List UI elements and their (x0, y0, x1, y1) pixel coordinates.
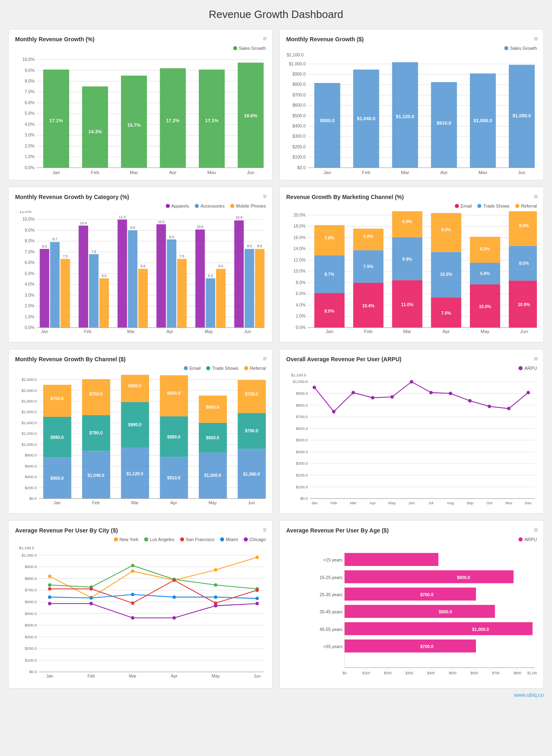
svg-text:3.0%: 3.0% (25, 132, 35, 137)
menu-icon-arpu-by-age[interactable]: ≡ (534, 526, 538, 534)
svg-text:$100.0: $100.0 (296, 485, 308, 489)
svg-text:Feb: Feb (91, 170, 99, 174)
menu-icon-monthly-pct[interactable]: ≡ (263, 35, 267, 42)
svg-text:4.0%: 4.0% (25, 282, 35, 287)
svg-text:$900.0: $900.0 (51, 476, 64, 481)
svg-text:Feb: Feb (92, 500, 100, 505)
svg-text:Aug: Aug (447, 501, 454, 505)
svg-text:$1,090.0: $1,090.0 (512, 113, 531, 118)
svg-text:$500: $500 (449, 671, 456, 675)
menu-icon-monthly-dollar[interactable]: ≡ (534, 35, 538, 42)
svg-text:May: May (211, 673, 220, 678)
menu-icon-by-channel-pct[interactable]: ≡ (534, 193, 538, 200)
svg-text:Jan: Jan (325, 329, 333, 334)
svg-text:$0: $0 (343, 671, 347, 675)
svg-text:$800.0: $800.0 (292, 82, 305, 87)
svg-text:20.0%: 20.0% (294, 212, 306, 217)
svg-point-368 (172, 578, 176, 582)
svg-rect-136 (206, 279, 215, 328)
svg-point-365 (48, 587, 51, 590)
svg-text:$600.0: $600.0 (25, 599, 37, 604)
svg-rect-276 (238, 380, 266, 413)
svg-text:Mar: Mar (131, 500, 139, 505)
chart-svg-monthly-pct: 0.0% 1.0% 2.0% 3.0% 4.0% 5.0% 6.0% 7.0% … (15, 53, 266, 174)
svg-text:Jun: Jun (254, 673, 260, 678)
svg-rect-108 (50, 242, 60, 328)
svg-text:$600.0: $600.0 (128, 383, 141, 388)
svg-rect-129 (167, 239, 176, 328)
svg-text:$300.0: $300.0 (292, 134, 305, 139)
svg-point-306 (332, 410, 335, 413)
dashboard-title: Revenue Growth Dashboard (8, 8, 544, 21)
svg-point-358 (256, 555, 259, 559)
svg-text:6.0: 6.0 (140, 264, 145, 268)
svg-text:$800: $800 (514, 671, 521, 675)
svg-point-363 (214, 583, 217, 586)
svg-text:8.7%: 8.7% (325, 272, 335, 277)
svg-text:Feb: Feb (87, 673, 95, 678)
svg-text:$400: $400 (427, 671, 435, 675)
svg-text:$1,000.0: $1,000.0 (22, 442, 37, 447)
svg-point-353 (48, 575, 51, 578)
arpu-overall-card: Overall Average Revenue Per User (ARPU) … (279, 349, 544, 513)
svg-text:5.0%: 5.0% (363, 234, 374, 239)
svg-text:0.0%: 0.0% (25, 165, 35, 170)
chart-title-by-category: Monthly Revenue Growth by Category (%) (15, 194, 266, 200)
svg-text:8.0%: 8.0% (296, 280, 306, 285)
svg-point-379 (131, 616, 134, 619)
svg-rect-109 (60, 259, 70, 328)
svg-point-312 (449, 392, 452, 395)
svg-text:Jan: Jan (52, 170, 60, 174)
menu-icon-arpu-overall[interactable]: ≡ (534, 355, 538, 362)
svg-text:$200.0: $200.0 (25, 646, 37, 651)
arpu-by-age-card: Average Revenue Per User By Age ($) ≡ AR… (279, 520, 544, 689)
svg-text:Apr: Apr (169, 170, 176, 174)
chart-svg-by-category: 0.0% 1.0% 2.0% 3.0% 4.0% 5.0% 6.0% 7.0% … (15, 211, 266, 336)
svg-text:$990.0: $990.0 (128, 423, 141, 427)
svg-text:2.0%: 2.0% (25, 303, 35, 308)
svg-text:$1,040.0: $1,040.0 (87, 473, 104, 478)
svg-point-374 (172, 595, 176, 598)
svg-point-367 (131, 601, 134, 604)
svg-rect-209 (509, 211, 537, 246)
svg-text:8.0%: 8.0% (25, 239, 35, 244)
menu-icon-by-channel-dollar[interactable]: ≡ (263, 355, 267, 362)
svg-text:$800.0: $800.0 (296, 403, 308, 407)
svg-point-314 (487, 405, 491, 408)
svg-text:7.5: 7.5 (91, 250, 96, 254)
svg-rect-123 (138, 269, 148, 328)
svg-text:<15 years: <15 years (323, 557, 343, 562)
svg-text:Jan: Jan (53, 500, 60, 505)
svg-rect-404 (345, 570, 514, 583)
menu-icon-by-category[interactable]: ≡ (263, 193, 267, 200)
svg-text:$890.0: $890.0 (167, 434, 180, 439)
svg-text:6.0%: 6.0% (480, 247, 490, 252)
svg-text:$500.0: $500.0 (438, 557, 452, 562)
svg-text:6.0%: 6.0% (25, 260, 35, 265)
svg-text:12.0%: 12.0% (294, 257, 306, 262)
svg-text:$1,100.0: $1,100.0 (19, 545, 34, 550)
menu-icon-arpu-by-city[interactable]: ≡ (263, 526, 267, 534)
svg-point-375 (214, 595, 217, 598)
svg-text:May: May (388, 501, 396, 505)
svg-text:7.0%: 7.0% (25, 249, 35, 254)
chart-title-by-channel-pct: Revenue Growth By Marketing Channel (%) (286, 194, 537, 200)
svg-text:Mar: Mar (129, 673, 137, 678)
svg-point-309 (390, 395, 394, 398)
svg-text:11.0%: 11.0% (401, 302, 414, 307)
svg-rect-410 (345, 605, 495, 618)
svg-text:7.5%: 7.5% (363, 264, 374, 269)
svg-text:8.0%: 8.0% (325, 309, 335, 313)
svg-point-366 (89, 587, 93, 590)
chart-svg-by-channel-dollar: $0.0 $200.0 $400.0 $600.0 $800.0 $1,000.… (15, 373, 266, 507)
svg-text:$2,000.0: $2,000.0 (22, 388, 37, 393)
svg-point-307 (352, 391, 355, 394)
svg-rect-255 (121, 375, 149, 403)
chart-svg-arpu-by-city: $0.0 $100.0 $200.0 $300.0 $400.0 $500.0 … (15, 544, 266, 683)
svg-point-378 (89, 602, 93, 605)
svg-text:18.0%: 18.0% (294, 224, 306, 229)
svg-text:$1,000.0: $1,000.0 (204, 473, 221, 478)
svg-text:10.4%: 10.4% (362, 303, 375, 308)
svg-text:1.0%: 1.0% (25, 314, 35, 319)
svg-text:Mar: Mar (403, 329, 411, 334)
